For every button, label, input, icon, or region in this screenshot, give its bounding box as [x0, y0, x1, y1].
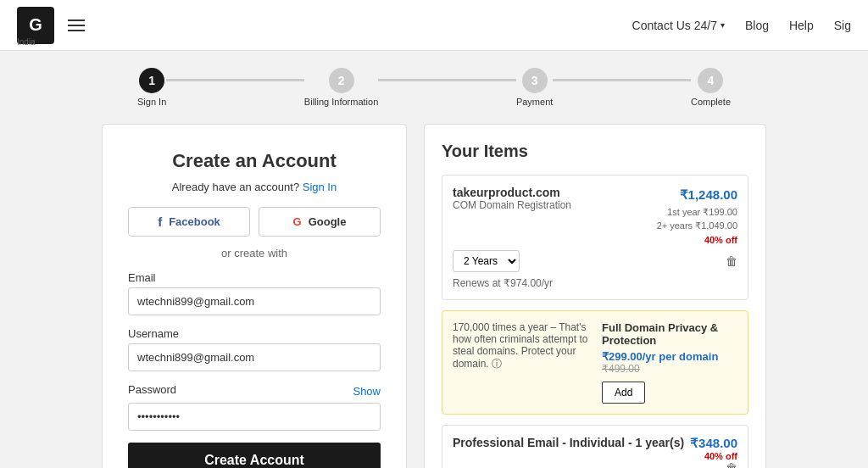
domain-2plus-year: 2+ years ₹1,049.00	[657, 219, 737, 233]
step-1-circle: 1	[139, 68, 164, 93]
panel-title: Create an Account	[128, 150, 381, 172]
domain-duration-select[interactable]: 2 Years 1 Year 3 Years	[453, 250, 520, 272]
step-connector-2	[378, 79, 516, 81]
steps-container: 1 Sign In 2 Billing Information 3 Paymen…	[137, 68, 731, 107]
privacy-price: ₹299.00/yr per domain	[602, 350, 737, 363]
domain-renew-text: Renews at ₹974.00/yr	[453, 277, 737, 289]
facebook-button[interactable]: f Facebook	[128, 207, 250, 237]
step-connector-1	[166, 79, 304, 81]
username-input[interactable]	[128, 343, 381, 371]
create-account-panel: Create an Account Already have an accoun…	[102, 124, 407, 468]
step-1-label: Sign In	[137, 97, 166, 107]
main-content: Create an Account Already have an accoun…	[0, 124, 868, 468]
step-4: 4 Complete	[691, 68, 731, 107]
domain-price: ₹1,248.00	[657, 186, 737, 205]
step-3: 3 Payment	[516, 68, 553, 107]
domain-name: takeurproduct.com	[453, 186, 571, 199]
contact-us-link[interactable]: Contact Us 24/7 ▾	[632, 19, 725, 32]
email-group: Email	[128, 271, 381, 315]
domain-price-detail: ₹1,248.00 1st year ₹199.00 2+ years ₹1,0…	[657, 186, 737, 247]
username-label: Username	[128, 327, 381, 340]
step-3-label: Payment	[516, 97, 553, 107]
progress-section: 1 Sign In 2 Billing Information 3 Paymen…	[0, 51, 868, 124]
privacy-card: 170,000 times a year – That's how often …	[442, 310, 748, 415]
domain-item-header: takeurproduct.com COM Domain Registratio…	[453, 186, 737, 247]
sign-in-link[interactable]: Sign In	[303, 181, 337, 193]
google-button[interactable]: G Google	[259, 207, 381, 237]
region-label: India	[17, 37, 36, 47]
header-nav: Contact Us 24/7 ▾ Blog Help Sig	[632, 19, 851, 32]
step-2-circle: 2	[329, 68, 354, 93]
domain-duration-row: 2 Years 1 Year 3 Years 🗑	[453, 250, 737, 272]
domain-item-card: takeurproduct.com COM Domain Registratio…	[442, 175, 748, 300]
domain-sub: COM Domain Registration	[453, 199, 571, 211]
password-input[interactable]	[128, 403, 381, 431]
logo-text: G	[29, 15, 42, 35]
email-label: Email	[128, 271, 381, 284]
create-account-button[interactable]: Create Account	[128, 443, 381, 468]
blog-link[interactable]: Blog	[745, 19, 769, 32]
step-4-label: Complete	[691, 97, 731, 107]
google-icon: G	[293, 215, 302, 228]
your-items-panel: Your Items takeurproduct.com COM Domain …	[424, 124, 766, 468]
facebook-icon: f	[158, 214, 162, 229]
privacy-price-col: Full Domain Privacy & Protection ₹299.00…	[602, 321, 737, 404]
already-account-text: Already have an account? Sign In	[128, 181, 381, 193]
step-2: 2 Billing Information	[304, 68, 378, 107]
help-link[interactable]: Help	[789, 19, 814, 32]
your-items-title: Your Items	[442, 142, 748, 161]
professional-email-card: Professional Email - Individual - 1 year…	[442, 425, 748, 468]
domain-discount: 40% off	[657, 233, 737, 248]
step-3-circle: 3	[522, 68, 548, 93]
password-group: Password Show	[128, 383, 381, 431]
email-item-name: Professional Email - Individual - 1 year…	[453, 436, 684, 449]
step-4-circle: 4	[698, 68, 723, 93]
social-buttons: f Facebook G Google	[128, 207, 381, 237]
privacy-name: Full Domain Privacy & Protection	[602, 321, 737, 347]
password-label: Password	[128, 383, 176, 396]
username-group: Username	[128, 327, 381, 371]
domain-trash-icon[interactable]: 🗑	[726, 254, 737, 268]
domain-1st-year: 1st year ₹199.00	[657, 205, 737, 220]
contact-us-text: Contact Us 24/7	[632, 19, 717, 32]
privacy-old-price: ₹499.00	[602, 363, 737, 375]
sign-link[interactable]: Sig	[834, 19, 851, 32]
hamburger-menu[interactable]	[68, 20, 85, 31]
email-price-col: ₹348.00 40% off 🗑	[690, 436, 737, 468]
privacy-promo-text: 170,000 times a year – That's how often …	[453, 321, 593, 404]
email-trash-icon[interactable]: 🗑	[690, 461, 737, 468]
show-password-link[interactable]: Show	[353, 385, 381, 398]
email-input[interactable]	[128, 287, 381, 315]
header: G India Contact Us 24/7 ▾ Blog Help Sig	[0, 0, 868, 51]
chevron-down-icon: ▾	[721, 20, 725, 30]
email-header: Professional Email - Individual - 1 year…	[453, 436, 737, 468]
step-2-label: Billing Information	[304, 97, 378, 107]
privacy-add-button[interactable]: Add	[602, 382, 645, 404]
step-1: 1 Sign In	[137, 68, 166, 107]
or-create-text: or create with	[128, 247, 381, 259]
email-discount: 40% off	[690, 451, 737, 461]
step-connector-3	[553, 79, 691, 81]
email-price: ₹348.00	[690, 436, 737, 451]
